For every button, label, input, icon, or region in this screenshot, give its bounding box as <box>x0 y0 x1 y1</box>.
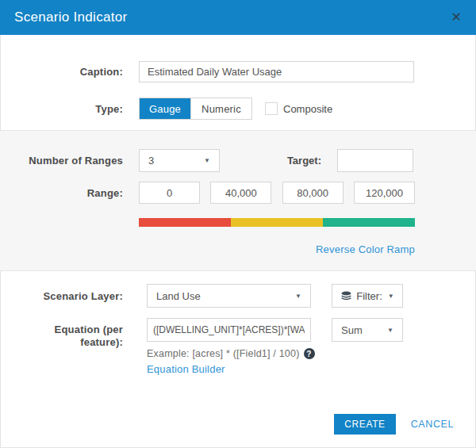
type-toggle: Gauge Numeric <box>139 98 252 120</box>
scenario-layer-value: Land Use <box>156 290 201 302</box>
caption-label: Caption: <box>0 66 123 78</box>
composite-label: Composite <box>283 103 332 115</box>
chevron-down-icon: ▼ <box>204 157 210 164</box>
color-ramp-green-segment <box>323 218 415 227</box>
number-of-ranges-row: Number of Ranges 3 ▼ Target: <box>0 149 476 172</box>
equation-example-text: Example: [acres] * ([Field1] / 100) <box>147 348 300 359</box>
scenario-indicator-dialog: Scenario Indicator ✕ Caption: Type: Gaug… <box>0 0 476 448</box>
range-input-2[interactable] <box>210 182 271 204</box>
number-of-ranges-dropdown[interactable]: 3 ▼ <box>139 149 220 172</box>
caption-row: Caption: <box>0 61 476 82</box>
filter-label: Filter: <box>356 290 382 302</box>
aggregation-dropdown[interactable]: Sum ▼ <box>332 318 403 342</box>
range-label: Range: <box>0 187 123 199</box>
dialog-footer: CREATE CANCEL <box>0 414 476 435</box>
reverse-color-ramp-link[interactable]: Reverse Color Ramp <box>316 243 415 255</box>
number-of-ranges-label: Number of Ranges <box>0 155 123 167</box>
layers-icon <box>340 291 352 301</box>
target-input[interactable] <box>337 149 413 172</box>
dialog-title: Scenario Indicator <box>14 10 451 25</box>
type-row: Type: Gauge Numeric Composite <box>0 98 476 120</box>
chevron-down-icon: ▼ <box>388 293 394 300</box>
color-ramp-red-segment <box>139 218 231 227</box>
range-input-4[interactable] <box>354 182 415 204</box>
type-numeric-button[interactable]: Numeric <box>190 98 251 119</box>
range-input-3[interactable] <box>282 182 344 204</box>
color-ramp <box>139 218 415 227</box>
range-inputs <box>139 182 415 204</box>
caption-input[interactable] <box>139 61 414 82</box>
scenario-layer-dropdown[interactable]: Land Use ▼ <box>147 284 311 308</box>
composite-checkbox[interactable] <box>265 102 278 115</box>
equation-row: Equation (perfeature): Sum ▼ Example: [a… <box>0 318 476 376</box>
reverse-row: Reverse Color Ramp <box>139 242 415 256</box>
equation-example: Example: [acres] * ([Field1] / 100) ? <box>147 348 403 359</box>
range-row: Range: <box>0 182 476 204</box>
color-ramp-yellow-segment <box>231 218 323 227</box>
cancel-button[interactable]: CANCEL <box>411 419 454 430</box>
scenario-layer-row: Scenario Layer: Land Use ▼ Filter: ▼ <box>0 284 476 308</box>
filter-dropdown[interactable]: Filter: ▼ <box>332 284 403 308</box>
help-icon[interactable]: ? <box>304 348 315 359</box>
target-label: Target: <box>220 155 321 167</box>
equation-input[interactable] <box>147 318 311 342</box>
equation-builder-link[interactable]: Equation Builder <box>147 363 225 375</box>
type-label: Type: <box>0 103 123 115</box>
type-gauge-button[interactable]: Gauge <box>140 98 190 119</box>
equation-label: Equation (perfeature): <box>0 318 123 350</box>
equation-main: Sum ▼ Example: [acres] * ([Field1] / 100… <box>147 318 403 376</box>
close-icon[interactable]: ✕ <box>451 11 462 24</box>
aggregation-value: Sum <box>341 324 363 336</box>
scenario-layer-label: Scenario Layer: <box>0 290 123 302</box>
chevron-down-icon: ▼ <box>295 293 301 300</box>
dialog-header: Scenario Indicator ✕ <box>0 0 476 35</box>
ranges-panel: Number of Ranges 3 ▼ Target: Range: Reve… <box>0 130 476 271</box>
number-of-ranges-value: 3 <box>148 155 154 167</box>
create-button[interactable]: CREATE <box>334 414 395 435</box>
chevron-down-icon: ▼ <box>387 327 393 334</box>
range-input-1[interactable] <box>139 182 200 204</box>
